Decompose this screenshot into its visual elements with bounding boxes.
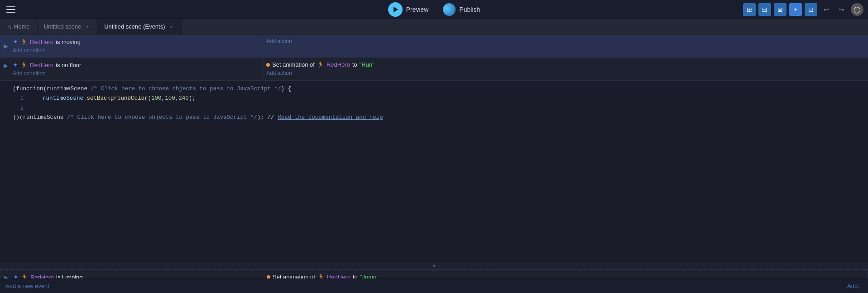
condition-item-1-1[interactable]: ✦ 🏃 RedHero is moving <box>13 37 259 46</box>
js-footer-line: })(runtimeScene /* Click here to choose … <box>13 113 868 122</box>
js-line-num-2: 2 <box>13 104 24 113</box>
toolbar-user-btn[interactable]: ◯ <box>851 3 863 16</box>
js-doc-link[interactable]: Read the documentation and help <box>278 114 383 121</box>
js-header-text: (function(runtimeScene /* Click here to … <box>13 84 291 94</box>
add-action-btn-1[interactable]: Add action <box>266 37 864 45</box>
toolbar-btn-4[interactable]: ⊡ <box>805 3 817 16</box>
main-content: ▶ ✦ 🏃 RedHero is moving Add condition Ad… <box>0 34 868 293</box>
js-code-1: runtimeScene.setBackgroundColor(100,100,… <box>29 94 196 103</box>
conditions-col-1: ▶ ✦ 🏃 RedHero is moving Add condition <box>0 34 263 57</box>
play-icon <box>388 2 403 17</box>
add-event-label: Add a new event <box>5 283 49 289</box>
top-bar-right: ⊞ ⊟ ⊠ ＋ ⊡ ↩ ↪ ◯ <box>743 3 863 16</box>
redhero-sprite-icon: 🏃 <box>20 39 28 45</box>
expand-arrow-2[interactable]: ▶ <box>4 62 8 69</box>
actions-col-2: Set animation of 🏃 RedHero to "Run" Add … <box>263 58 868 80</box>
action-text-1: Set animation of <box>272 61 315 68</box>
chevron-down: ▾ <box>0 262 868 269</box>
add-event-right-label: Add... <box>847 283 863 289</box>
event-star-icon-2: ✦ <box>13 61 18 68</box>
js-line-2: 2 <box>13 104 868 113</box>
add-condition-btn-1[interactable]: Add condition <box>13 46 259 54</box>
tab-events-label: Untitled scene (Events) <box>104 23 165 30</box>
toolbar-btn-add[interactable]: ＋ <box>789 3 802 16</box>
condition-object-name: RedHero <box>30 39 53 45</box>
publish-button[interactable]: Publish <box>437 1 485 18</box>
redhero-sprite-icon-3: 🏃 <box>317 61 324 68</box>
toolbar-btn-3[interactable]: ⊠ <box>774 3 786 16</box>
redhero-sprite-icon-2: 🏃 <box>20 62 28 68</box>
top-bar-left <box>5 3 17 16</box>
action-object-name-1: RedHero <box>326 61 350 68</box>
add-condition-btn-2[interactable]: Add condition <box>13 69 259 78</box>
condition-verb-2: is on floor <box>56 62 81 68</box>
tab-events-close[interactable]: × <box>168 23 175 30</box>
action-value-1: "Run" <box>360 61 374 68</box>
events-panel: ▶ ✦ 🏃 RedHero is moving Add condition Ad… <box>0 34 868 293</box>
preview-button[interactable]: Preview <box>383 0 434 19</box>
tab-home[interactable]: ⌂ Home <box>0 19 38 34</box>
condition-object-name-2: RedHero <box>30 62 53 68</box>
globe-icon <box>443 3 456 16</box>
tab-untitled-scene-close[interactable]: × <box>84 23 91 30</box>
top-bar-center: Preview Publish <box>383 0 486 19</box>
js-header-line: (function(runtimeScene /* Click here to … <box>13 84 868 94</box>
expand-arrow-1[interactable]: ▶ <box>4 43 8 49</box>
action-item-2-1[interactable]: Set animation of 🏃 RedHero to "Run" <box>266 60 864 69</box>
action-dot-icon <box>266 63 270 67</box>
add-action-btn-2[interactable]: Add action <box>266 69 864 77</box>
event-row-2: ▶ ✦ 🏃 RedHero is on floor Add condition … <box>0 58 868 81</box>
preview-label: Preview <box>406 6 429 13</box>
top-bar: Preview Publish ⊞ ⊟ ⊠ ＋ ⊡ ↩ ↪ ◯ <box>0 0 868 19</box>
condition-verb: is moving <box>56 39 81 45</box>
toolbar-undo-btn[interactable]: ↩ <box>820 3 833 16</box>
toolbar-redo-btn[interactable]: ↪ <box>835 3 848 16</box>
toolbar-btn-2[interactable]: ⊟ <box>758 3 771 16</box>
js-footer-text: })(runtimeScene /* Click here to choose … <box>13 113 383 122</box>
home-icon: ⌂ <box>7 23 11 30</box>
publish-label: Publish <box>459 6 480 13</box>
tab-untitled-scene-label: Untitled scene <box>44 23 81 30</box>
toolbar-btn-1[interactable]: ⊞ <box>743 3 756 16</box>
js-line-1: 1 runtimeScene.setBackgroundColor(100,10… <box>13 94 868 103</box>
event-row-1: ▶ ✦ 🏃 RedHero is moving Add condition Ad… <box>0 34 868 58</box>
event-star-icon: ✦ <box>13 38 18 45</box>
conditions-col-2: ▶ ✦ 🏃 RedHero is on floor Add condition <box>0 58 263 80</box>
hamburger-menu-icon[interactable] <box>5 3 17 16</box>
tab-home-label: Home <box>14 23 30 30</box>
tabs-bar: ⌂ Home Untitled scene × Untitled scene (… <box>0 19 868 34</box>
tab-untitled-scene[interactable]: Untitled scene × <box>38 19 98 34</box>
actions-col-1: Add action <box>263 34 868 57</box>
js-code-block[interactable]: (function(runtimeScene /* Click here to … <box>0 81 868 262</box>
js-line-num-1: 1 <box>13 94 24 103</box>
condition-item-2-1[interactable]: ✦ 🏃 RedHero is on floor <box>13 60 259 69</box>
tab-events[interactable]: Untitled scene (Events) × <box>98 19 182 34</box>
action-text-2: to <box>352 61 357 68</box>
add-event-bar[interactable]: Add a new event Add... <box>0 278 868 293</box>
